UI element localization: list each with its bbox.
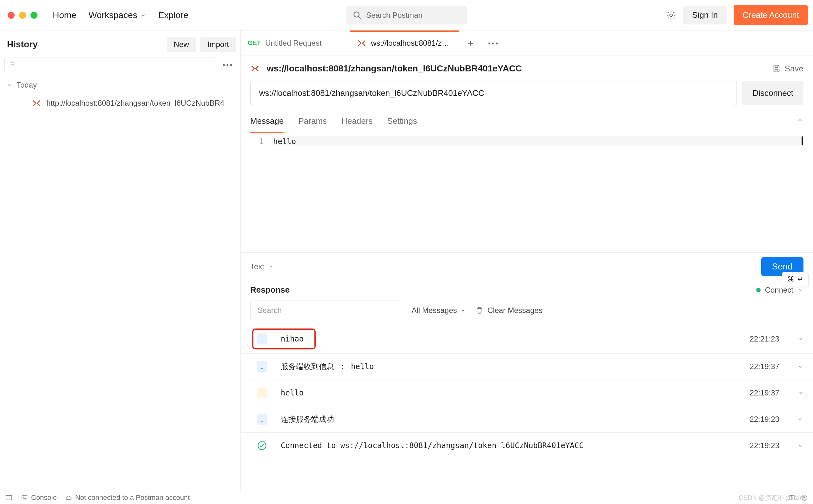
signin-button[interactable]: Sign In	[683, 6, 727, 24]
new-tab-button[interactable]: ＋	[459, 30, 482, 56]
tabs-more-icon[interactable]: ●●●	[482, 30, 505, 56]
history-section-today[interactable]: Today	[0, 76, 240, 94]
gear-icon[interactable]	[666, 10, 676, 20]
message-row[interactable]: ↓ nihao 22:21:23	[241, 325, 813, 354]
collapse-icon[interactable]	[796, 117, 803, 126]
message-filter-dropdown[interactable]: All Messages	[412, 306, 466, 315]
message-text: nihao	[281, 335, 303, 343]
shortcut-hint: ⌘ ↵	[782, 272, 809, 287]
message-row[interactable]: ↓ 连接服务端成功 22:19:23	[241, 406, 813, 433]
console-label: Console	[31, 494, 57, 502]
subtab-settings[interactable]: Settings	[387, 111, 417, 133]
nav-explore[interactable]: Explore	[158, 10, 188, 20]
minimize-window-icon[interactable]	[19, 12, 26, 19]
message-editor[interactable]: 1 hello	[241, 133, 813, 253]
search-input[interactable]: Search Postman	[346, 6, 467, 24]
response-header: Response Connect ⌘ ↵	[241, 281, 813, 299]
connection-label: Not connected to a Postman account	[75, 494, 190, 502]
line-number: 1	[250, 136, 272, 252]
save-button[interactable]: Save	[772, 64, 803, 74]
message-time: 22:19:37	[750, 362, 779, 371]
chevron-down-icon[interactable]	[798, 287, 803, 293]
subtab-message[interactable]: Message	[250, 111, 284, 133]
history-item[interactable]: http://localhost:8081/zhangsan/token_l6U…	[0, 94, 240, 112]
import-button[interactable]: Import	[200, 37, 236, 52]
new-button[interactable]: New	[167, 37, 196, 52]
method-badge: GET	[248, 39, 261, 47]
create-account-button[interactable]: Create Account	[734, 5, 808, 25]
check-circle-icon	[256, 440, 267, 451]
disconnect-button[interactable]: Disconnect	[742, 81, 803, 105]
panel-toggle-icon[interactable]	[5, 494, 13, 501]
save-icon	[772, 64, 781, 73]
arrow-down-icon: ↓	[256, 361, 267, 372]
search-placeholder: Search Postman	[366, 11, 423, 20]
chevron-down-icon	[460, 308, 466, 313]
status-dot-icon	[756, 288, 761, 292]
response-search-input[interactable]: Search	[250, 301, 402, 320]
enter-key-icon: ↵	[797, 275, 803, 283]
tab-label: Untitled Request	[265, 39, 321, 48]
sidebar-more-icon[interactable]: ●●●	[220, 60, 236, 70]
chevron-down-icon[interactable]	[797, 416, 803, 422]
window-controls	[8, 12, 37, 19]
chevron-down-icon	[268, 264, 274, 269]
search-icon	[353, 11, 362, 20]
section-label: Today	[17, 81, 37, 90]
maximize-window-icon[interactable]	[30, 12, 37, 19]
connection-status: Not connected to a Postman account	[65, 494, 190, 502]
filter-label: All Messages	[412, 306, 457, 315]
trash-icon	[476, 306, 484, 315]
url-input[interactable]: ws://localhost:8081/zhangsan/token_l6UCz…	[250, 81, 737, 105]
svg-line-1	[358, 16, 361, 18]
nav-workspaces[interactable]: Workspaces	[89, 10, 146, 20]
sidebar-title: History	[7, 39, 37, 50]
url-row: ws://localhost:8081/zhangsan/token_l6UCz…	[241, 77, 813, 111]
send-bar: Text Send	[241, 253, 813, 281]
sidebar-filter-row: ●●●	[0, 57, 240, 76]
response-tools: Search All Messages Clear Messages	[241, 299, 813, 325]
tab-ws-request[interactable]: ws://localhost:8081/zhan	[350, 30, 459, 56]
filter-icon	[9, 61, 16, 68]
top-nav: Home Workspaces Explore	[53, 10, 188, 20]
nav-workspaces-label: Workspaces	[89, 10, 137, 20]
subtab-headers[interactable]: Headers	[341, 111, 372, 133]
url-value: ws://localhost:8081/zhangsan/token_l6UCz…	[259, 88, 484, 98]
response-search-placeholder: Search	[257, 306, 282, 315]
chevron-down-icon[interactable]	[797, 336, 803, 342]
console-button[interactable]: Console	[21, 494, 57, 502]
status-bar: Console Not connected to a Postman accou…	[0, 491, 813, 504]
clear-messages-button[interactable]: Clear Messages	[476, 306, 543, 315]
arrow-up-icon: ↑	[256, 388, 267, 398]
message-time: 22:21:23	[750, 335, 779, 343]
message-row[interactable]: Connected to ws://localhost:8081/zhangsa…	[241, 433, 813, 459]
message-list: ↓ nihao 22:21:23 ↓ 服务端收到信息 ： hello 22:19…	[241, 325, 813, 459]
close-window-icon[interactable]	[8, 12, 15, 19]
subtab-params[interactable]: Params	[298, 111, 327, 133]
code-area[interactable]: hello	[272, 136, 803, 252]
svg-rect-6	[22, 495, 27, 500]
websocket-icon	[32, 98, 41, 108]
message-row[interactable]: ↑ hello 22:19:37	[241, 380, 813, 406]
chevron-down-icon[interactable]	[797, 442, 803, 449]
main-area: History New Import ●●● Today http://loca…	[0, 30, 813, 491]
top-bar: Home Workspaces Explore Search Postman S…	[0, 0, 813, 30]
arrow-down-icon: ↓	[256, 334, 267, 344]
sidebar: History New Import ●●● Today http://loca…	[0, 30, 241, 491]
message-time: 22:19:23	[750, 441, 779, 450]
chevron-down-icon[interactable]	[797, 390, 803, 396]
nav-home[interactable]: Home	[53, 10, 77, 20]
chevron-down-icon[interactable]	[797, 363, 803, 370]
cmd-key-icon: ⌘	[787, 275, 794, 283]
sidebar-actions: New Import	[167, 37, 236, 52]
arrow-down-icon: ↓	[256, 414, 267, 425]
clear-label: Clear Messages	[488, 306, 543, 315]
request-header: ws://localhost:8081/zhangsan/token_l6UCz…	[241, 56, 813, 77]
tab-untitled-request[interactable]: GET Untitled Request	[241, 30, 350, 56]
format-dropdown[interactable]: Text	[250, 262, 274, 271]
message-row[interactable]: ↓ 服务端收到信息 ： hello 22:19:37	[241, 354, 813, 380]
sidebar-header: History New Import	[0, 30, 240, 57]
filter-input[interactable]	[4, 57, 216, 72]
websocket-icon	[250, 64, 260, 73]
svg-rect-4	[6, 495, 12, 500]
